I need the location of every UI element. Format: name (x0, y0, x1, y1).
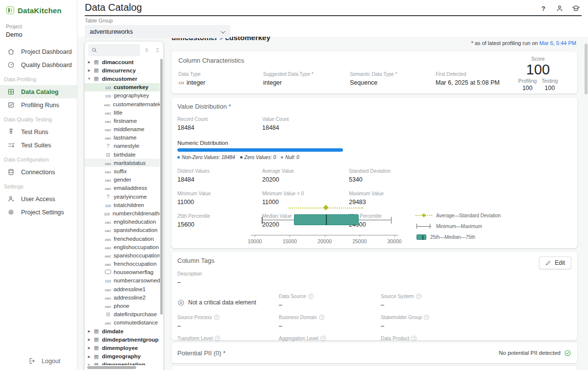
tag-label: Transform Level (177, 336, 213, 341)
tree-item[interactable]: houseownerflag (85, 268, 160, 277)
tree-item[interactable]: englisheducation (85, 218, 160, 226)
help-icon[interactable]: ? (539, 4, 548, 13)
tree-item-label: dimgeography (102, 353, 141, 359)
tree-item[interactable]: gender (85, 176, 160, 184)
tree-item[interactable]: title (85, 108, 160, 116)
tree-item[interactable]: dimaccount (85, 58, 160, 66)
legend-label: Zero Values: 0 (245, 155, 276, 160)
column-type-icon (104, 185, 112, 191)
sidebar-item-user-access[interactable]: User Access (0, 192, 77, 206)
tree-item[interactable]: customeralternatekey (85, 100, 160, 108)
tree-item[interactable]: dimdate (85, 327, 160, 335)
column-type-icon (104, 110, 112, 116)
column-type-icon (104, 227, 112, 233)
tree-item[interactable]: frenchoccupation (85, 260, 160, 268)
column-type-icon (104, 244, 112, 250)
column-type-icon (92, 362, 100, 365)
pii-status: No potential PII detected (499, 349, 571, 357)
search-input[interactable] (99, 47, 139, 53)
help-circle-icon[interactable] (411, 336, 416, 341)
tree-item[interactable]: dimorganization (85, 361, 160, 365)
profiling-score-value: 100 (518, 85, 537, 92)
sidebar-item-label: Test Suites (21, 142, 51, 149)
stat-value: 20200 (262, 176, 349, 183)
tree-item[interactable]: numberchildrenathome (85, 209, 160, 217)
sort-unfold-icon[interactable] (143, 46, 150, 54)
table-group-select[interactable]: adventureworks (85, 25, 230, 38)
tree-item[interactable]: addressline1 (85, 285, 160, 293)
axis-tick-label: 15000 (279, 238, 300, 244)
count-label: Record Count (177, 116, 262, 122)
sidebar-item-test-runs[interactable]: Test Runs (0, 125, 77, 139)
profiling-run-link[interactable]: Mar 6, 5:44 PM (539, 40, 576, 46)
tree-item[interactable]: spanishoccupation (85, 251, 160, 259)
main-scrollbar[interactable] (585, 44, 588, 94)
column-type-icon (104, 269, 112, 275)
help-circle-icon[interactable] (319, 315, 324, 320)
help-circle-icon[interactable] (416, 294, 421, 299)
tree-item[interactable]: yearlyincome (85, 192, 160, 201)
testing-score-label: Testing (541, 78, 558, 84)
sidebar-item-project-settings[interactable]: Project Settings (0, 206, 77, 219)
sidebar-item-project-dashboard[interactable]: Project Dashboard (0, 45, 77, 58)
tree-item[interactable]: lastname (85, 134, 160, 142)
help-circle-icon[interactable] (320, 336, 326, 341)
tree-item[interactable]: numbercarsowned (85, 277, 160, 285)
tree-item[interactable]: middlename (85, 125, 160, 134)
help-circle-icon[interactable] (424, 315, 429, 320)
tree-vertical-scrollbar[interactable] (160, 59, 163, 315)
tree-horizontal-scrollbar[interactable] (87, 366, 136, 369)
logout-button[interactable]: Logout (28, 357, 60, 365)
tree-item-label: frencheducation (114, 236, 154, 242)
help-circle-icon[interactable] (215, 336, 220, 341)
tree-item[interactable]: suffix (85, 167, 160, 175)
user-admin-icon[interactable] (555, 4, 564, 13)
tree-item[interactable]: customerkey (85, 83, 160, 92)
training-icon[interactable] (571, 4, 580, 13)
tree-item[interactable]: namestyle (85, 142, 160, 150)
edit-label: Edit (555, 259, 565, 266)
tree-item[interactable]: datefirstpurchase (85, 310, 160, 319)
stat-cell: 25th Percentile 15600 (177, 213, 262, 228)
tree-item[interactable]: dimdepartmentgroup (85, 335, 160, 344)
column-type-icon (104, 219, 112, 225)
sidebar-item-test-suites[interactable]: Test Suites (0, 139, 77, 152)
tree-item[interactable]: dimgeography (85, 352, 160, 361)
sidebar-item-data-catalog[interactable]: Data Catalog (0, 85, 77, 98)
tree-item[interactable]: dimcustomer (85, 74, 160, 83)
sidebar-item-connections[interactable]: Connections (0, 165, 77, 179)
caret-icon (86, 346, 92, 350)
tree-item[interactable]: commutedistance (85, 319, 160, 327)
tree-item[interactable]: maritalstatus (85, 159, 160, 167)
tree-item[interactable]: emailaddress (85, 184, 160, 192)
tree-item[interactable]: spanisheducation (85, 226, 160, 234)
tree-item[interactable]: dimemployee (85, 344, 160, 352)
tree-item[interactable]: firstname (85, 116, 160, 125)
sidebar-section-settings: Settings (0, 179, 77, 192)
tag-label: Data Product (381, 336, 409, 341)
edit-button[interactable]: Edit (539, 256, 571, 269)
tree-item[interactable]: englishoccupation (85, 243, 160, 251)
stat-label: Average Value (262, 168, 349, 174)
as-of-note: * as of latest profiling run on Mar 6, 5… (471, 40, 576, 46)
collapse-all-icon[interactable] (154, 46, 161, 54)
tree-item[interactable]: birthdate (85, 150, 160, 159)
tree-item[interactable]: geographykey (85, 92, 160, 100)
sidebar-item-label: Project Dashboard (21, 48, 72, 55)
help-circle-icon[interactable] (308, 294, 314, 299)
stat-value: 18484 (177, 176, 262, 183)
average-marker-icon (323, 205, 329, 210)
tree-item-label: gender (114, 177, 131, 183)
tree-search[interactable] (88, 44, 140, 56)
tree-item[interactable]: phone (85, 301, 160, 310)
sidebar-item-profiling-runs[interactable]: Profiling Runs (0, 98, 77, 112)
column-type-icon (104, 84, 112, 90)
tree-item[interactable]: dimcurrency (85, 66, 160, 74)
tree-item[interactable]: totalchildren (85, 201, 160, 209)
help-circle-icon[interactable] (214, 315, 220, 320)
sidebar-item-quality-dashboard[interactable]: Quality Dashboard (0, 58, 77, 71)
column-type-icon (92, 345, 100, 351)
tree-item[interactable]: frencheducation (85, 234, 160, 243)
tree-item[interactable]: addressline2 (85, 293, 160, 301)
home-icon (7, 48, 15, 55)
